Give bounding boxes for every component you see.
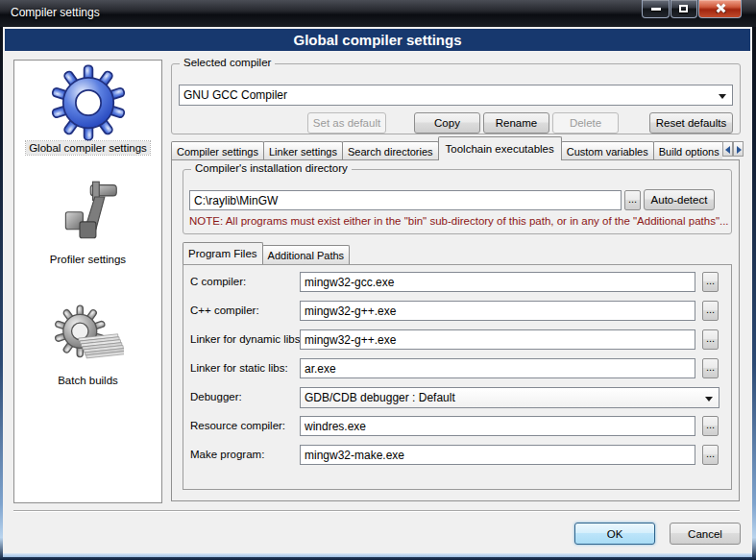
cpp-compiler-input[interactable] [300,301,695,321]
compiler-select[interactable]: GNU GCC Compiler [179,85,733,106]
tab-scroll-right-button[interactable] [733,141,744,157]
settings-category-list: Global compiler settings Profiler settin… [13,60,162,503]
selected-compiler-legend: Selected compiler [180,57,275,68]
static-linker-input[interactable] [300,358,695,378]
window-title: Compiler settings [11,6,100,19]
dynamic-linker-browse-button[interactable]: ... [702,329,719,350]
dynamic-linker-label: Linker for dynamic libs: [190,329,304,350]
tab-build-options[interactable]: Build options [653,141,722,160]
static-linker-browse-button[interactable]: ... [702,358,719,378]
make-program-label: Make program: [190,445,264,465]
maximize-icon [679,5,688,12]
tab-toolchain-executables[interactable]: Toolchain executables [438,136,562,160]
tab-search-directories[interactable]: Search directories [342,141,439,160]
close-icon [715,3,725,13]
resource-compiler-browse-button[interactable]: ... [702,416,719,436]
footer-separator [13,510,740,511]
tab-scroll-left-button[interactable] [722,141,733,157]
compiler-settings-window: Compiler settings Global compiler settin… [0,0,756,560]
minimize-button[interactable] [642,0,670,18]
make-program-input[interactable] [300,445,695,465]
tab-scroll-buttons [722,141,744,157]
cpp-compiler-label: C++ compiler: [190,301,259,321]
install-dir-input[interactable] [189,190,622,210]
settings-tabs: Compiler settings Linker settings Search… [171,136,722,160]
reset-defaults-button[interactable]: Reset defaults [649,112,733,134]
debugger-select-value: GDB/CDB debugger : Default [305,391,455,404]
tab-scroll-left-icon [725,146,730,154]
compiler-select-value: GNU GCC Compiler [183,88,287,102]
debugger-select[interactable]: GDB/CDB debugger : Default [300,387,719,408]
delete-button: Delete [552,112,619,134]
caption-buttons [642,0,742,18]
chevron-down-icon [719,94,726,99]
tab-compiler-settings[interactable]: Compiler settings [171,141,264,160]
install-dir-browse-button[interactable]: ... [624,190,641,210]
ok-button[interactable]: OK [574,523,655,545]
resource-compiler-input[interactable] [300,416,695,436]
subtab-additional-paths[interactable]: Additional Paths [262,245,351,264]
sidebar-item-batch-builds[interactable]: Batch builds [55,374,121,387]
program-files-tabs: Program Files Additional Paths [183,242,349,264]
static-linker-label: Linker for static libs: [190,358,288,378]
batch-builds-icon[interactable] [53,304,124,368]
copy-button[interactable]: Copy [414,112,480,134]
subtab-program-files[interactable]: Program Files [183,242,263,264]
debugger-label: Debugger: [190,387,242,407]
chevron-down-icon [705,397,713,402]
tab-custom-variables[interactable]: Custom variables [561,141,654,160]
dynamic-linker-input[interactable] [300,329,695,350]
sidebar-item-profiler-settings[interactable]: Profiler settings [47,253,129,266]
tab-linker-settings[interactable]: Linker settings [263,141,343,160]
sidebar-item-global-compiler-settings[interactable]: Global compiler settings [26,141,150,155]
window-bottom-border [3,553,752,557]
c-compiler-input[interactable] [300,272,695,292]
install-dir-legend: Compiler's installation directory [191,162,352,174]
close-button[interactable] [698,0,742,18]
cancel-button[interactable]: Cancel [670,523,741,545]
install-dir-note: NOTE: All programs must exist either in … [189,215,729,227]
rename-button[interactable]: Rename [483,112,549,134]
global-compiler-settings-icon[interactable] [50,64,127,141]
c-compiler-browse-button[interactable]: ... [702,272,719,292]
c-compiler-label: C compiler: [190,272,246,292]
resource-compiler-label: Resource compiler: [190,416,285,436]
cpp-compiler-browse-button[interactable]: ... [702,301,719,321]
minimize-icon [651,8,661,11]
page-title: Global compiler settings [5,29,750,51]
tab-scroll-right-icon [737,146,742,154]
profiler-settings-icon[interactable] [54,180,123,249]
autodetect-button[interactable]: Auto-detect [644,189,715,210]
set-as-default-button: Set as default [307,112,386,134]
maximize-button[interactable] [671,0,697,18]
titlebar: Compiler settings [0,0,756,27]
make-program-browse-button[interactable]: ... [702,445,719,465]
